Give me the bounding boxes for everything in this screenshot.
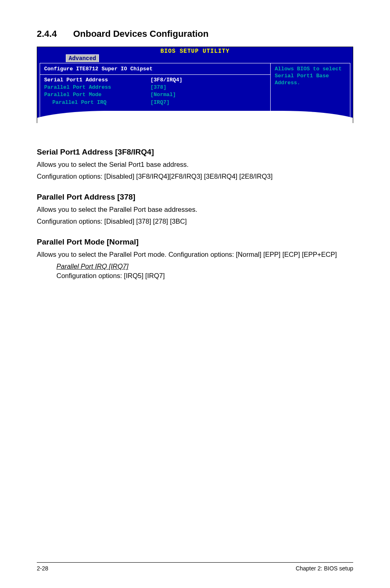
bios-tab-row: Advanced [37,54,353,63]
bios-body: Configure ITE8712 Super IO Chipset Seria… [37,63,353,123]
bios-tab-advanced: Advanced [66,54,99,62]
subsection-title: Parallel Port Mode [Normal] [37,238,353,247]
bios-label: Parallel Port IRQ [44,99,150,106]
subsection-parallel-port-mode: Parallel Port Mode [Normal] Allows you t… [37,238,353,281]
section-number: 2.4.4 [37,29,57,39]
bios-row-serial-port1: Serial Port1 Address [3F8/IRQ4] [44,76,266,84]
body-text: Allows you to select the Parallel Port m… [37,250,353,259]
sub-item-title: Parallel Port IRQ [IRQ7] [56,263,353,270]
bios-row-parallel-port-mode: Parallel Port Mode [Normal] [44,91,266,99]
bios-panel-title: Configure ITE8712 Super IO Chipset [40,63,270,75]
body-text: Allows you to select the Parallel Port b… [37,205,353,214]
bios-settings-list: Serial Port1 Address [3F8/IRQ4] Parallel… [40,75,270,108]
body-text: Configuration options: [IRQ5] [IRQ7] [56,271,353,281]
bios-label: Parallel Port Address [44,84,150,91]
footer-page-number: 2-28 [37,565,48,572]
subsection-parallel-port-address: Parallel Port Address [378] Allows you t… [37,193,353,226]
bios-row-parallel-port-irq: Parallel Port IRQ [IRQ7] [44,99,266,106]
bios-window: BIOS SETUP UTILITY Advanced Configure IT… [37,47,353,123]
subsection-title: Parallel Port Address [378] [37,193,353,202]
footer-chapter: Chapter 2: BIOS setup [296,565,353,572]
bios-value: [3F8/IRQ4] [150,76,182,84]
bios-row-parallel-port-address: Parallel Port Address [378] [44,84,266,91]
sub-item-parallel-port-irq: Parallel Port IRQ [IRQ7] Configuration o… [56,263,353,281]
bios-screenshot: BIOS SETUP UTILITY Advanced Configure IT… [37,47,353,123]
section-heading: 2.4.4Onboard Devices Configuration [37,29,353,39]
bios-value: [378] [150,84,166,91]
body-text: Configuration options: [Disabled] [378] … [37,217,353,226]
body-text: Allows you to select the Serial Port1 ba… [37,160,353,169]
bios-label: Parallel Port Mode [44,91,150,99]
bios-label: Serial Port1 Address [44,76,150,84]
section-title-text: Onboard Devices Configuration [73,29,208,39]
body-text: Configuration options: [Disabled] [3F8/I… [37,172,353,181]
bios-value: [IRQ7] [150,99,170,106]
bios-title: BIOS SETUP UTILITY [37,47,353,54]
bios-help-panel: Allows BIOS to select Serial Port1 Base … [271,63,350,120]
bios-left-panel: Configure ITE8712 Super IO Chipset Seria… [40,63,271,120]
bios-value: [Normal] [150,91,176,99]
subsection-serial-port1: Serial Port1 Address [3F8/IRQ4] Allows y… [37,148,353,181]
page-footer: 2-28 Chapter 2: BIOS setup [37,562,353,572]
subsection-title: Serial Port1 Address [3F8/IRQ4] [37,148,353,157]
